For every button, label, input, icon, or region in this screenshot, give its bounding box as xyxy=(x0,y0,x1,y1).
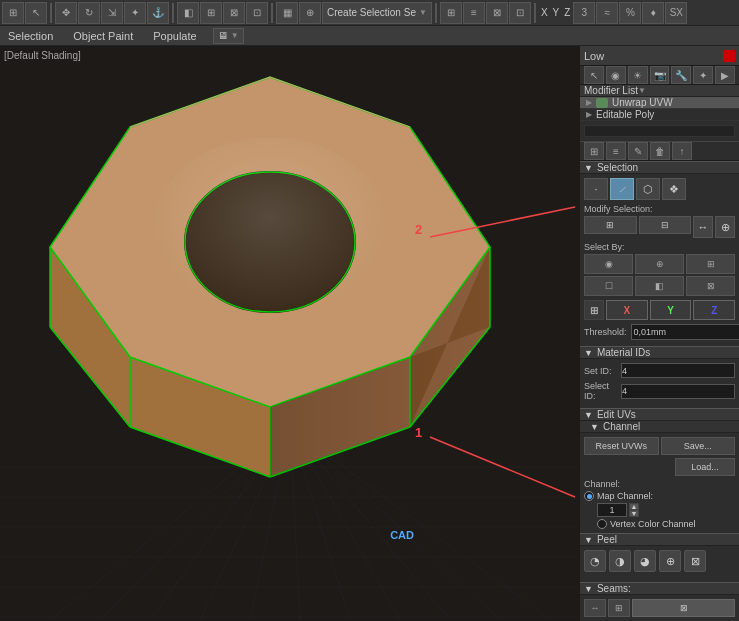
icon-btn-9[interactable]: ⊞ xyxy=(200,2,222,24)
shrink-btn[interactable]: ⊟ xyxy=(639,216,692,234)
viewport[interactable]: [Default Shading] xyxy=(0,46,579,621)
section-edit-uvs[interactable]: ▼ Edit UVs xyxy=(580,408,739,421)
sel-by-5[interactable]: ◧ xyxy=(635,276,684,296)
sub-icon-4[interactable]: 🗑 xyxy=(650,142,670,160)
separator-4 xyxy=(435,3,437,23)
menu-selection[interactable]: Selection xyxy=(4,28,57,44)
section-selection[interactable]: ▼ Selection xyxy=(580,161,739,174)
sub-icon-1[interactable]: ⊞ xyxy=(584,142,604,160)
seams-wide-btn[interactable]: ⊠ xyxy=(632,599,735,617)
save-btn[interactable]: Save... xyxy=(661,437,736,455)
reset-uvws-btn[interactable]: Reset UVWs xyxy=(584,437,659,455)
peel-arrow: ▼ xyxy=(584,535,593,545)
sel-by-4[interactable]: ☐ xyxy=(584,276,633,296)
z-btn[interactable]: Z xyxy=(693,300,735,320)
sel-by-2[interactable]: ⊕ xyxy=(635,254,684,274)
dropdown-arrow: ▼ xyxy=(419,8,427,17)
ring-btn[interactable]: ⊕ xyxy=(715,216,735,238)
threshold-row: Threshold: xyxy=(584,324,735,340)
peel-label: Peel xyxy=(597,534,617,545)
icon-btn-17[interactable]: ⊡ xyxy=(509,2,531,24)
sel-edge-btn[interactable]: ⟋ xyxy=(610,178,634,200)
icon-btn-5[interactable]: ⇲ xyxy=(101,2,123,24)
icon-btn-22[interactable]: SX xyxy=(665,2,687,24)
icon-btn-19[interactable]: ≈ xyxy=(596,2,618,24)
menu-populate[interactable]: Populate xyxy=(149,28,200,44)
sel-vertex-btn[interactable]: · xyxy=(584,178,608,200)
channel-num-input[interactable] xyxy=(597,503,627,517)
icon-btn-15[interactable]: ≡ xyxy=(463,2,485,24)
threshold-input[interactable] xyxy=(631,324,739,340)
set-id-label: Set ID: xyxy=(584,366,619,376)
section-seams[interactable]: ▼ Seams: xyxy=(580,582,739,595)
section-material-ids[interactable]: ▼ Material IDs xyxy=(580,346,739,359)
icon-btn-1[interactable]: ⊞ xyxy=(2,2,24,24)
spin-up[interactable]: ▲ xyxy=(629,503,639,510)
panel-icon-cursor[interactable]: ↖ xyxy=(584,66,604,84)
panel-icon-helper[interactable]: 🔧 xyxy=(671,66,691,84)
icon-btn-18[interactable]: 3 xyxy=(573,2,595,24)
grow-btn[interactable]: ⊞ xyxy=(584,216,637,234)
icon-btn-16[interactable]: ⊠ xyxy=(486,2,508,24)
sel-element-btn[interactable]: ❖ xyxy=(662,178,686,200)
sub-icon-3[interactable]: ✎ xyxy=(628,142,648,160)
panel-icon-light[interactable]: ☀ xyxy=(628,66,648,84)
section-peel[interactable]: ▼ Peel xyxy=(580,533,739,546)
x-label: X xyxy=(539,7,550,18)
separator-2 xyxy=(172,3,174,23)
peel-btn-2[interactable]: ◑ xyxy=(609,550,631,572)
peel-btn-1[interactable]: ◔ xyxy=(584,550,606,572)
icon-btn-21[interactable]: ♦ xyxy=(642,2,664,24)
peel-btn-3[interactable]: ◕ xyxy=(634,550,656,572)
menu-object-paint[interactable]: Object Paint xyxy=(69,28,137,44)
sel-polygon-btn[interactable]: ⬡ xyxy=(636,178,660,200)
icon-btn-11[interactable]: ⊡ xyxy=(246,2,268,24)
peel-btn-5[interactable]: ⊠ xyxy=(684,550,706,572)
seams-icon-1[interactable]: ↔ xyxy=(584,599,606,617)
peel-btn-4[interactable]: ⊕ xyxy=(659,550,681,572)
modifier-unwrap-uvw[interactable]: ▶ Unwrap UVW xyxy=(580,97,739,109)
separator-5 xyxy=(534,3,536,23)
modifier-editable-poly[interactable]: ▶ Editable Poly xyxy=(580,109,739,121)
icon-btn-3[interactable]: ✥ xyxy=(55,2,77,24)
sel-by-3[interactable]: ⊞ xyxy=(686,254,735,274)
select-id-input[interactable] xyxy=(621,384,735,399)
reset-save-row: Reset UVWs Save... xyxy=(584,437,735,455)
icon-btn-2[interactable]: ↖ xyxy=(25,2,47,24)
seams-arrow: ▼ xyxy=(584,584,593,594)
icon-btn-14[interactable]: ⊞ xyxy=(440,2,462,24)
panel-icon-anim[interactable]: ▶ xyxy=(715,66,735,84)
icon-btn-10[interactable]: ⊠ xyxy=(223,2,245,24)
section-channel[interactable]: ▼ Channel xyxy=(580,421,739,433)
icon-btn-4[interactable]: ↻ xyxy=(78,2,100,24)
select-id-label: Select ID: xyxy=(584,381,619,401)
set-id-input[interactable] xyxy=(621,363,735,378)
seams-icon-2[interactable]: ⊞ xyxy=(608,599,630,617)
panel-icon-space[interactable]: ✦ xyxy=(693,66,713,84)
create-selection-dropdown[interactable]: Create Selection Se ▼ xyxy=(322,2,432,24)
x-btn[interactable]: X xyxy=(606,300,648,320)
icon-btn-7[interactable]: ⚓ xyxy=(147,2,169,24)
icon-btn-8[interactable]: ◧ xyxy=(177,2,199,24)
icon-btn-20[interactable]: % xyxy=(619,2,641,24)
sel-by-6[interactable]: ⊠ xyxy=(686,276,735,296)
vertex-color-radio[interactable] xyxy=(597,519,607,529)
panel-close-button[interactable] xyxy=(723,50,735,62)
sel-by-1[interactable]: ◉ xyxy=(584,254,633,274)
map-channel-radio[interactable] xyxy=(584,491,594,501)
edit-uvs-label: Edit UVs xyxy=(597,409,636,420)
seams-label: Seams: xyxy=(597,583,631,594)
viewport-dropdown[interactable]: 🖥 ▼ xyxy=(213,28,244,44)
icon-btn-6[interactable]: ✦ xyxy=(124,2,146,24)
load-btn[interactable]: Load... xyxy=(675,458,735,476)
y-btn[interactable]: Y xyxy=(650,300,692,320)
icon-btn-12[interactable]: ▦ xyxy=(276,2,298,24)
spin-down[interactable]: ▼ xyxy=(629,510,639,517)
sub-icon-2[interactable]: ≡ xyxy=(606,142,626,160)
panel-icon-camera[interactable]: 📷 xyxy=(650,66,670,84)
channel-spinner: ▲ ▼ xyxy=(629,503,639,517)
icon-btn-13[interactable]: ⊕ xyxy=(299,2,321,24)
loop-btn[interactable]: ↔ xyxy=(693,216,713,238)
sub-icon-5[interactable]: ↑ xyxy=(672,142,692,160)
panel-icon-shape[interactable]: ◉ xyxy=(606,66,626,84)
